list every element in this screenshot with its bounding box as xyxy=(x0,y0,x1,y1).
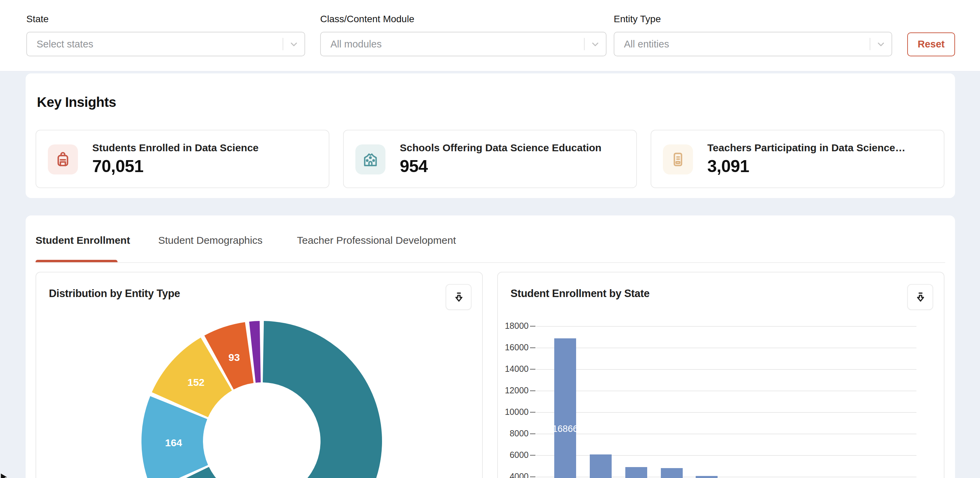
filter-bar: State Select states Class/Content Module… xyxy=(0,0,980,71)
donut-chart-card: Distribution by Entity Type 16415293 xyxy=(35,272,483,478)
donut-value-label: 164 xyxy=(165,437,182,448)
chevron-down-icon[interactable] xyxy=(590,39,600,49)
metric-value: 70,051 xyxy=(92,156,143,176)
metric-value: 954 xyxy=(400,156,428,176)
metric-card-teachers: Teachers Participating in Data Science… … xyxy=(651,130,945,188)
gridline xyxy=(536,391,916,391)
y-axis-tick xyxy=(530,476,535,477)
backpack-icon xyxy=(54,151,72,168)
state-bar[interactable] xyxy=(661,468,683,478)
y-axis-tick xyxy=(530,369,535,370)
gridline xyxy=(536,412,916,413)
gridline xyxy=(536,434,916,434)
school-icon xyxy=(362,151,379,168)
charts-section: Student Enrollment Student Demographics … xyxy=(25,216,955,478)
chevron-down-icon[interactable] xyxy=(876,39,886,49)
entity-type-donut-chart[interactable]: 16415293 xyxy=(36,272,483,478)
bar-chart-card: Student Enrollment by State 180001600014… xyxy=(497,272,945,478)
y-axis-tick-label: 6000 xyxy=(498,450,528,460)
key-insights-section: Key Insights Students Enrolled in Data S… xyxy=(25,73,955,198)
y-axis-tick xyxy=(530,412,535,413)
entity-filter-group: Entity Type All entities xyxy=(614,0,892,71)
metric-icon-tile xyxy=(355,145,385,175)
gridline xyxy=(536,348,916,348)
tab-student-enrollment[interactable]: Student Enrollment xyxy=(35,235,130,246)
y-axis-tick-label: 14000 xyxy=(498,364,528,374)
donut-value-label: 152 xyxy=(187,376,204,388)
y-axis-tick xyxy=(530,433,535,434)
y-axis-tick xyxy=(530,347,535,348)
module-filter-group: Class/Content Module All modules xyxy=(320,0,606,71)
tab-teacher-professional-development[interactable]: Teacher Professional Development xyxy=(297,235,456,246)
donut-value-label: 93 xyxy=(229,352,240,363)
scroll-icon xyxy=(670,151,686,168)
chevron-down-icon[interactable] xyxy=(289,39,299,49)
select-divider xyxy=(870,38,870,50)
state-bar[interactable] xyxy=(554,338,576,478)
y-axis-tick-label: 10000 xyxy=(498,407,528,417)
select-divider xyxy=(584,38,585,50)
key-insights-title: Key Insights xyxy=(37,95,116,110)
entity-select-placeholder: All entities xyxy=(624,32,669,56)
metric-card-schools: Schools Offering Data Science Education … xyxy=(343,130,637,188)
y-axis-tick-label: 18000 xyxy=(498,321,528,331)
state-select-placeholder: Select states xyxy=(37,32,93,56)
y-axis-tick-label: 16000 xyxy=(498,343,528,353)
state-bar[interactable] xyxy=(590,454,612,478)
module-filter-label: Class/Content Module xyxy=(320,14,414,25)
state-bar[interactable] xyxy=(625,467,647,478)
module-select[interactable]: All modules xyxy=(320,32,606,56)
metric-title: Students Enrolled in Data Science xyxy=(92,142,259,154)
y-axis-tick xyxy=(530,455,535,456)
tab-student-demographics[interactable]: Student Demographics xyxy=(158,235,262,246)
enrollment-by-state-bar-chart[interactable]: 1800016000140001200010000800060004000168… xyxy=(498,272,945,478)
dashboard-page: State Select states Class/Content Module… xyxy=(0,0,980,478)
entity-filter-label: Entity Type xyxy=(614,14,661,25)
metric-icon-tile xyxy=(663,145,693,175)
y-axis-tick-label: 4000 xyxy=(498,472,528,478)
metric-value: 3,091 xyxy=(707,156,749,176)
metric-icon-tile xyxy=(48,145,78,175)
y-axis-tick-label: 8000 xyxy=(498,429,528,438)
entity-select[interactable]: All entities xyxy=(614,32,892,56)
module-select-placeholder: All modules xyxy=(331,32,382,56)
y-axis-tick-label: 12000 xyxy=(498,386,528,395)
select-divider xyxy=(283,38,283,50)
state-select[interactable]: Select states xyxy=(26,32,305,56)
y-axis-tick xyxy=(530,390,535,391)
state-filter-group: State Select states xyxy=(26,0,306,71)
mouse-cursor xyxy=(0,470,10,478)
tabs-divider xyxy=(35,262,945,263)
y-axis-tick xyxy=(530,326,535,327)
state-bar[interactable] xyxy=(696,476,718,478)
metric-title: Teachers Participating in Data Science… xyxy=(707,142,905,154)
bar-value-label: 16866 xyxy=(550,424,581,434)
reset-button[interactable]: Reset xyxy=(907,32,955,56)
gridline xyxy=(536,326,916,327)
metric-title: Schools Offering Data Science Education xyxy=(400,142,601,154)
gridline xyxy=(536,369,916,370)
metric-card-students: Students Enrolled in Data Science 70,051 xyxy=(35,130,329,188)
state-filter-label: State xyxy=(26,14,49,25)
